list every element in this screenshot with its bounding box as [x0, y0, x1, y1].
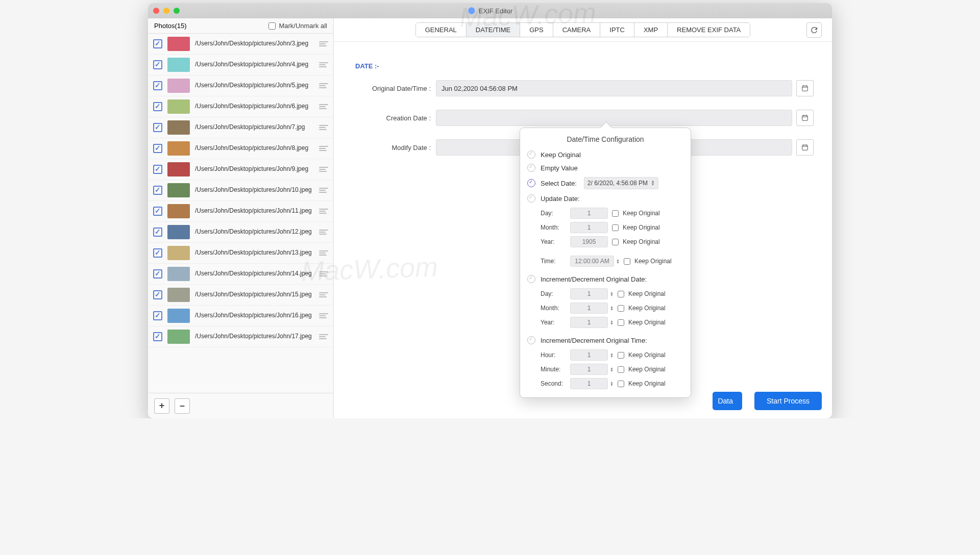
- tab-remove-exif-data[interactable]: REMOVE EXIF DATA: [668, 23, 750, 37]
- incd-month-keep-checkbox[interactable]: [618, 305, 624, 312]
- drag-handle-icon[interactable]: [319, 230, 328, 235]
- tab-general[interactable]: GENERAL: [416, 23, 467, 37]
- update-month-keep-checkbox[interactable]: [612, 224, 619, 231]
- stepper-arrows-icon[interactable]: ▲▼: [610, 367, 614, 372]
- incd-year-keep-checkbox[interactable]: [618, 319, 624, 326]
- drag-handle-icon[interactable]: [319, 188, 328, 193]
- data-button-partial[interactable]: Data: [713, 392, 742, 410]
- list-item[interactable]: /Users/John/Desktop/pictures/John/3.jpeg: [148, 34, 333, 55]
- photo-checkbox[interactable]: [153, 186, 162, 195]
- zoom-window-icon[interactable]: [174, 8, 180, 14]
- update-time-input[interactable]: [570, 256, 614, 267]
- drag-handle-icon[interactable]: [319, 334, 328, 339]
- inct-minute-input[interactable]: [570, 364, 608, 375]
- stepper-arrows-icon[interactable]: ▲▼: [610, 381, 614, 386]
- photo-checkbox[interactable]: [153, 269, 162, 279]
- photo-checkbox[interactable]: [153, 39, 162, 48]
- stepper-arrows-icon[interactable]: ▲▼: [610, 306, 614, 311]
- option-update-date[interactable]: Update Date:: [527, 194, 683, 203]
- list-item[interactable]: /Users/John/Desktop/pictures/John/8.jpeg: [148, 138, 333, 159]
- inct-second-input[interactable]: [570, 378, 608, 389]
- photo-checkbox[interactable]: [153, 81, 162, 90]
- tab-xmp[interactable]: XMP: [634, 23, 668, 37]
- photo-checkbox[interactable]: [153, 332, 162, 341]
- option-increment-time[interactable]: Increment/Decrement Original Time:: [527, 336, 683, 344]
- option-select-date[interactable]: Select Date: 2/ 6/2020, 4:56:08 PM ▲▼: [527, 177, 683, 189]
- drag-handle-icon[interactable]: [319, 62, 328, 67]
- creation-date-picker-button[interactable]: [796, 110, 814, 126]
- inct-hour-input[interactable]: [570, 349, 608, 361]
- tab-date-time[interactable]: DATE/TIME: [467, 23, 520, 37]
- add-photo-button[interactable]: +: [154, 398, 169, 414]
- tab-iptc[interactable]: IPTC: [600, 23, 634, 37]
- option-keep-original[interactable]: Keep Original: [527, 150, 683, 159]
- stepper-arrows-icon[interactable]: ▲▼: [610, 291, 614, 296]
- drag-handle-icon[interactable]: [319, 209, 328, 214]
- select-date-stepper[interactable]: 2/ 6/2020, 4:56:08 PM ▲▼: [584, 177, 658, 189]
- drag-handle-icon[interactable]: [319, 271, 328, 276]
- close-window-icon[interactable]: [153, 8, 159, 14]
- drag-handle-icon[interactable]: [319, 41, 328, 46]
- photo-checkbox[interactable]: [153, 311, 162, 320]
- original-date-picker-button[interactable]: [796, 80, 814, 96]
- creation-date-input[interactable]: [436, 110, 792, 126]
- incd-day-input[interactable]: [570, 288, 608, 299]
- drag-handle-icon[interactable]: [319, 125, 328, 130]
- drag-handle-icon[interactable]: [319, 313, 328, 318]
- update-day-keep-checkbox[interactable]: [612, 210, 619, 217]
- photo-checkbox[interactable]: [153, 207, 162, 216]
- drag-handle-icon[interactable]: [319, 292, 328, 297]
- original-date-input[interactable]: Jun 02,2020 04:56:08 PM: [436, 80, 792, 96]
- photo-checkbox[interactable]: [153, 248, 162, 258]
- list-item[interactable]: /Users/John/Desktop/pictures/John/12.jpe…: [148, 222, 333, 243]
- list-item[interactable]: /Users/John/Desktop/pictures/John/14.jpe…: [148, 264, 333, 285]
- modify-date-picker-button[interactable]: [796, 139, 814, 156]
- list-item[interactable]: /Users/John/Desktop/pictures/John/15.jpe…: [148, 285, 333, 306]
- drag-handle-icon[interactable]: [319, 250, 328, 256]
- list-item[interactable]: /Users/John/Desktop/pictures/John/4.jpeg: [148, 55, 333, 75]
- drag-handle-icon[interactable]: [319, 146, 328, 151]
- minimize-window-icon[interactable]: [163, 8, 169, 14]
- stepper-arrows-icon[interactable]: ▲▼: [610, 352, 614, 358]
- inct-hour-keep-checkbox[interactable]: [618, 352, 624, 359]
- remove-photo-button[interactable]: –: [175, 398, 190, 414]
- list-item[interactable]: /Users/John/Desktop/pictures/John/5.jpeg: [148, 75, 333, 96]
- incd-day-keep-checkbox[interactable]: [618, 291, 624, 297]
- update-day-input[interactable]: [570, 208, 608, 219]
- update-time-keep-checkbox[interactable]: [624, 258, 630, 265]
- mark-all-checkbox[interactable]: [268, 22, 276, 30]
- stepper-arrows-icon[interactable]: ▲▼: [610, 320, 614, 325]
- list-item[interactable]: /Users/John/Desktop/pictures/John/16.jpe…: [148, 306, 333, 326]
- option-empty-value[interactable]: Empty Value: [527, 164, 683, 172]
- list-item[interactable]: /Users/John/Desktop/pictures/John/13.jpe…: [148, 243, 333, 264]
- incd-year-input[interactable]: [570, 317, 608, 328]
- photo-list[interactable]: /Users/John/Desktop/pictures/John/3.jpeg…: [148, 34, 333, 393]
- inct-second-keep-checkbox[interactable]: [618, 381, 624, 387]
- list-item[interactable]: /Users/John/Desktop/pictures/John/6.jpeg: [148, 96, 333, 117]
- update-month-input[interactable]: [570, 222, 608, 233]
- drag-handle-icon[interactable]: [319, 104, 328, 109]
- photo-checkbox[interactable]: [153, 60, 162, 69]
- update-year-keep-checkbox[interactable]: [612, 239, 619, 245]
- mark-all-toggle[interactable]: Mark/Unmark all: [268, 22, 327, 30]
- start-process-button[interactable]: Start Process: [754, 392, 822, 410]
- update-year-input[interactable]: [570, 236, 608, 247]
- incd-month-input[interactable]: [570, 302, 608, 314]
- list-item[interactable]: /Users/John/Desktop/pictures/John/17.jpe…: [148, 326, 333, 347]
- drag-handle-icon[interactable]: [319, 83, 328, 88]
- refresh-button[interactable]: [806, 22, 822, 38]
- option-increment-date[interactable]: Increment/Decrement Original Date:: [527, 275, 683, 283]
- stepper-arrows-icon[interactable]: ▲▼: [616, 259, 620, 264]
- list-item[interactable]: /Users/John/Desktop/pictures/John/11.jpe…: [148, 201, 333, 222]
- photo-checkbox[interactable]: [153, 144, 162, 153]
- list-item[interactable]: /Users/John/Desktop/pictures/John/7.jpg: [148, 117, 333, 138]
- list-item[interactable]: /Users/John/Desktop/pictures/John/10.jpe…: [148, 180, 333, 201]
- photo-checkbox[interactable]: [153, 165, 162, 174]
- photo-checkbox[interactable]: [153, 102, 162, 111]
- photo-checkbox[interactable]: [153, 228, 162, 237]
- photo-checkbox[interactable]: [153, 123, 162, 132]
- stepper-arrows-icon[interactable]: ▲▼: [651, 180, 655, 186]
- list-item[interactable]: /Users/John/Desktop/pictures/John/9.jpeg: [148, 159, 333, 180]
- inct-minute-keep-checkbox[interactable]: [618, 366, 624, 373]
- drag-handle-icon[interactable]: [319, 167, 328, 172]
